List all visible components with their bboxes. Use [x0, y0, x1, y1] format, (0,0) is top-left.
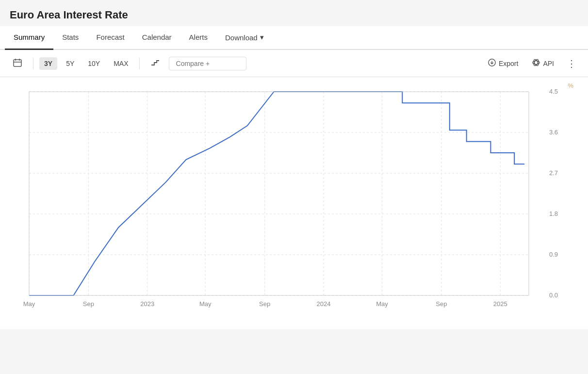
main-container: Euro Area Interest Rate Summary Stats Fo… — [0, 0, 588, 329]
tab-bar: Summary Stats Forecast Calendar Alerts D… — [0, 26, 588, 50]
range-3y-button[interactable]: 3Y — [39, 57, 57, 70]
export-label: Export — [499, 60, 518, 67]
range-5y-button[interactable]: 5Y — [61, 57, 79, 70]
chart-area: % — [0, 77, 588, 329]
tab-alerts[interactable]: Alerts — [180, 26, 216, 50]
toolbar: 3Y 5Y 10Y MAX Export — [0, 50, 588, 77]
api-icon — [532, 58, 540, 68]
step-chart-button[interactable] — [146, 56, 165, 70]
download-label: Download — [225, 33, 258, 42]
more-options-button[interactable]: ⋮ — [563, 55, 580, 72]
more-icon: ⋮ — [567, 58, 576, 69]
chart-wrapper — [15, 82, 578, 320]
interest-rate-chart — [15, 82, 563, 320]
page-title: Euro Area Interest Rate — [10, 9, 578, 21]
dropdown-chevron-icon: ▾ — [260, 33, 264, 42]
export-icon — [488, 58, 496, 68]
calendar-icon — [13, 58, 22, 69]
range-max-button[interactable]: MAX — [109, 57, 133, 70]
tab-stats[interactable]: Stats — [53, 26, 87, 50]
divider-2 — [139, 58, 140, 69]
calendar-button[interactable] — [8, 55, 27, 72]
title-bar: Euro Area Interest Rate — [0, 0, 588, 26]
range-10y-button[interactable]: 10Y — [83, 57, 105, 70]
tab-summary[interactable]: Summary — [5, 26, 53, 50]
tab-forecast[interactable]: Forecast — [87, 26, 133, 50]
step-chart-icon — [150, 59, 160, 67]
api-button[interactable]: API — [527, 55, 559, 71]
compare-input[interactable] — [169, 57, 246, 70]
tab-calendar[interactable]: Calendar — [133, 26, 180, 50]
export-button[interactable]: Export — [483, 55, 523, 71]
svg-rect-0 — [14, 60, 21, 66]
api-label: API — [543, 60, 554, 67]
tab-download[interactable]: Download ▾ — [216, 26, 273, 50]
divider-1 — [33, 58, 33, 69]
